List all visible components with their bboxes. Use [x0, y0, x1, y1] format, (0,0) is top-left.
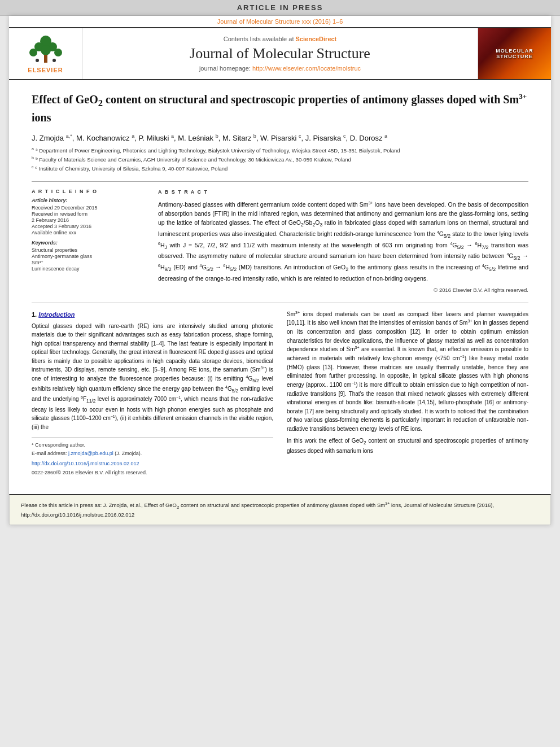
article-content: Effect of GeO2 content on structural and… [9, 80, 551, 494]
keywords-label: Keywords: [32, 240, 145, 246]
article-in-press-banner: ARTICLE IN PRESS [0, 0, 560, 16]
elsevier-label: ELSEVIER [28, 67, 63, 73]
introduction-section: 1. Introduction Optical glasses doped wi… [32, 303, 528, 478]
article-info-label: A R T I C L E I N F O [32, 189, 145, 194]
homepage-url[interactable]: http://www.elsevier.com/locate/molstruc [252, 65, 361, 72]
contents-label: Contents lists available at [224, 36, 296, 42]
abstract-label: A B S T R A C T [158, 189, 528, 196]
keyword-1: Structural properties [32, 247, 145, 253]
molecular-structure-thumb: MOLECULAR STRUCTURE [478, 28, 551, 79]
copyright-line: © 2016 Elsevier B.V. All rights reserved… [158, 286, 528, 295]
keyword-3: Sm³⁺ [32, 260, 145, 265]
intro-para-1-left: Optical glasses doped with rare-earth (R… [32, 322, 273, 432]
abstract-column: A B S T R A C T Antimony-based glasses w… [158, 189, 528, 295]
article-info-column: A R T I C L E I N F O Article history: R… [32, 189, 145, 295]
received-date: Received 29 December 2015 [32, 205, 145, 211]
doi-link[interactable]: http://dx.doi.org/10.1016/j.molstruc.201… [32, 460, 273, 468]
available-online: Available online xxx [32, 230, 145, 235]
corresponding-author-note: * Corresponding author. [32, 442, 273, 449]
sciencedirect-line: Contents lists available at ScienceDirec… [224, 36, 337, 42]
intro-para-2-right: In this work the effect of GeO2 content … [287, 436, 528, 455]
body-col-right: Sm3+ ions doped materials can be used as… [287, 310, 528, 478]
article-history-label: Article history: [32, 198, 145, 203]
citation-bar: Please cite this article in press as: J.… [9, 494, 551, 525]
abstract-text: Antimony-based glasses with different ge… [158, 200, 528, 283]
svg-point-4 [41, 45, 51, 55]
body-col-left: 1. Introduction Optical glasses doped wi… [32, 310, 273, 478]
svg-point-7 [36, 59, 39, 62]
issn-line: 0022-2860/© 2016 Elsevier B.V. All right… [32, 469, 273, 477]
intro-para-1-right: Sm3+ ions doped materials can be used as… [287, 310, 528, 434]
journal-header-center: Contents lists available at ScienceDirec… [82, 28, 478, 79]
sciencedirect-link[interactable]: ScienceDirect [296, 36, 337, 42]
received-revised-date: 2 February 2016 [32, 217, 145, 223]
svg-point-5 [54, 49, 62, 56]
homepage-label: journal homepage: [199, 65, 252, 72]
elsevier-logo-area: ELSEVIER [9, 28, 82, 79]
svg-rect-6 [44, 55, 47, 63]
email-link[interactable]: j.zmojda@pb.edu.pl [68, 451, 113, 456]
journal-thumbnail: MOLECULAR STRUCTURE [478, 28, 551, 79]
article-title: Effect of GeO2 content on structural and… [32, 91, 528, 125]
article-info-abstract-section: A R T I C L E I N F O Article history: R… [32, 181, 528, 295]
journal-title: Journal of Molecular Structure [190, 45, 370, 62]
journal-header: ELSEVIER Contents lists available at Sci… [9, 27, 551, 80]
affiliations: a ᵃ Department of Power Engineering, Pho… [32, 146, 528, 173]
footnote-area: * Corresponding author. E-mail address: … [32, 438, 273, 478]
keyword-2: Antimony-germanate glass [32, 254, 145, 259]
authors-line: J. Zmojda a,*, M. Kochanowicz a, P. Milu… [32, 133, 528, 142]
accepted-date: Accepted 3 February 2016 [32, 224, 145, 229]
svg-point-8 [53, 59, 56, 62]
section-title: Introduction [38, 311, 75, 318]
svg-point-3 [29, 49, 37, 56]
journal-homepage: journal homepage: http://www.elsevier.co… [199, 65, 361, 72]
journal-reference: Journal of Molecular Structure xxx (2016… [9, 16, 551, 26]
email-footnote: E-mail address: j.zmojda@pb.edu.pl (J. Z… [32, 450, 273, 458]
section-number: 1. Introduction [32, 310, 273, 320]
keyword-4: Luminescence decay [32, 266, 145, 272]
elsevier-tree-icon [23, 34, 68, 65]
body-two-col: 1. Introduction Optical glasses doped wi… [32, 310, 528, 478]
received-revised-label: Received in revised form [32, 211, 145, 217]
